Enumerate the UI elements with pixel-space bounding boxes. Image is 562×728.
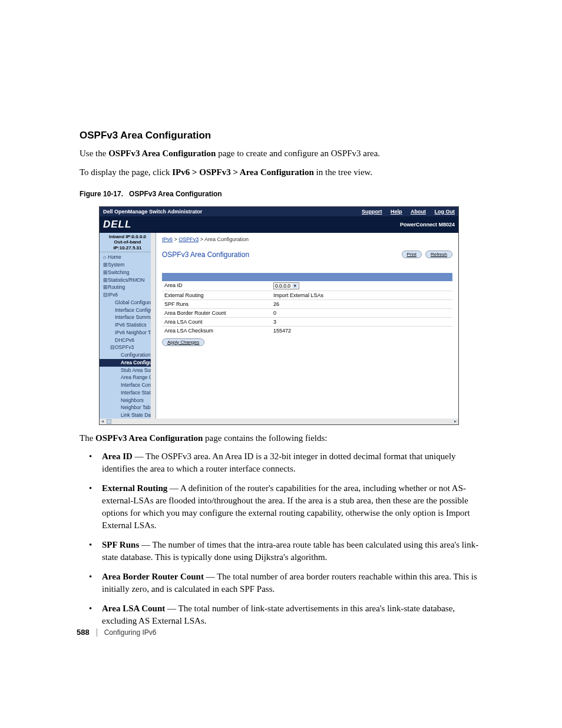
tree-item[interactable]: IPv6 Statistics (100, 321, 156, 329)
tree-item-label: Interface Summary (115, 314, 156, 320)
field-bullet: External Routing — A definition of the r… (102, 482, 482, 532)
form-row: Area LSA Count3 (162, 317, 452, 326)
print-button[interactable]: Print (402, 251, 422, 258)
scroll-right-icon[interactable]: ▸ (452, 419, 458, 424)
t: IPv6 > OSPFv3 > Area Configuration (172, 167, 314, 177)
tree-item[interactable]: ⊞Switching (100, 269, 156, 276)
tree-expand-icon: ⊞ (103, 261, 108, 269)
sep: > (173, 236, 178, 242)
tree-item-label: Neighbor Table (121, 404, 154, 410)
form-row: Area ID0.0.0.0▾ (162, 281, 452, 291)
scrollbar-horizontal[interactable]: ◂ ▸ (100, 419, 458, 424)
intro-1: Use the OSPFv3 Area Configuration page t… (80, 147, 482, 160)
scroll-left-icon[interactable]: ◂ (100, 419, 105, 424)
crumb-ospfv3[interactable]: OSPFv3 (178, 236, 199, 242)
t: Use the (80, 149, 108, 158)
app-title: Dell OpenManage Switch Administrator (103, 209, 355, 215)
after-figure-text: The OSPFv3 Area Configuration page conta… (80, 432, 482, 445)
field-bullet: Area Border Router Count — The total num… (102, 571, 482, 595)
tree-item[interactable]: Area Range Con (100, 374, 156, 381)
tree-expand-icon: ⊟ (110, 344, 115, 351)
tree-item-label: Switching (108, 269, 129, 275)
link-logout[interactable]: Log Out (435, 209, 455, 215)
crumb-ipv6[interactable]: IPv6 (162, 236, 173, 242)
tree-item[interactable]: Neighbor Table (100, 404, 156, 411)
tree-item-label: OSPFv3 (115, 344, 134, 350)
tree-item[interactable]: DHCPv6 (100, 337, 156, 344)
dell-logo: DELL (103, 219, 131, 230)
field-term: Area LSA Count (102, 604, 165, 613)
field-list: Area ID — The OSPFv3 area. An Area ID is… (80, 450, 482, 627)
t: OSPFv3 Area Configuration (108, 149, 216, 158)
tree-item[interactable]: Stub Area Summ (100, 367, 156, 374)
area-id-select[interactable]: 0.0.0.0▾ (273, 282, 299, 289)
tree-item-label: Global Configuration (115, 299, 156, 305)
tree-item-label: Interface Configurat (115, 307, 156, 313)
screenshot-figure: Dell OpenManage Switch Administrator Sup… (99, 206, 459, 425)
tree-item[interactable]: ⌂Home (100, 253, 156, 261)
scrollbar-vertical[interactable] (151, 233, 156, 424)
tree-expand-icon: ⊞ (103, 276, 108, 284)
tree-item[interactable]: IPv6 Neighbor Table (100, 329, 156, 337)
tree-item-label: IPv6 Statistics (115, 322, 146, 328)
product-name: PowerConnect M8024 (400, 222, 455, 228)
tree-item[interactable]: ⊟OSPFv3 (100, 344, 156, 351)
field-label: External Routing (162, 291, 271, 299)
tree-item[interactable]: ⊟IPv6 (100, 291, 156, 299)
tree-item[interactable]: Interface Statisti (100, 389, 156, 397)
link-about[interactable]: About (411, 209, 426, 215)
tree-item[interactable]: Configuration (100, 351, 156, 359)
scroll-thumb[interactable] (107, 419, 111, 424)
field-value: 155472 (271, 327, 452, 335)
chevron-down-icon: ▾ (293, 284, 297, 288)
apply-button[interactable]: Apply Changes (162, 338, 204, 346)
nav-tree: ⌂Home⊞System⊞Switching⊞Statistics/RMON⊞R… (100, 252, 156, 424)
tree-item-label: DHCPv6 (115, 337, 134, 343)
tree-item[interactable]: Interface Configurat (100, 307, 156, 314)
field-bullet: Area LSA Count — The total number of lin… (102, 602, 482, 627)
panel-title: OSPFv3 Area Configuration (162, 251, 249, 259)
t: in the tree view. (314, 167, 372, 177)
form-row: Area LSA Checksum155472 (162, 326, 452, 335)
link-support[interactable]: Support (362, 209, 382, 215)
form-area: Area ID0.0.0.0▾External RoutingImport Ex… (162, 273, 452, 346)
tree-item[interactable]: Global Configuration (100, 299, 156, 307)
field-desc: — The OSPFv3 area. An Area ID is a 32-bi… (102, 452, 456, 473)
app-topbar: Dell OpenManage Switch Administrator Sup… (100, 207, 458, 216)
tree-item[interactable]: Neighbors (100, 397, 156, 404)
field-value: Import External LSAs (271, 291, 452, 299)
tree-item[interactable]: ⊞System (100, 261, 156, 269)
tree-item[interactable]: ⊞Routing (100, 284, 156, 291)
tree-expand-icon: ⊞ (103, 284, 108, 291)
t: The (80, 433, 95, 443)
crumb-current: Area Configuration (204, 236, 249, 242)
tree-item[interactable]: Area Configura (100, 359, 156, 367)
tree-item[interactable]: Interface Configu (100, 381, 156, 389)
section-heading: OSPFv3 Area Configuration (80, 130, 482, 141)
t: OSPFv3 Area Configuration (95, 433, 203, 443)
tree-item[interactable]: ⊞Statistics/RMON (100, 276, 156, 284)
outband-ip: Out-of-band IP:10.27.5.31 (101, 239, 154, 251)
tree-item[interactable]: Interface Summary (100, 314, 156, 321)
tree-item-label: Routing (108, 284, 125, 290)
form-row: External RoutingImport External LSAs (162, 291, 452, 299)
field-value: 26 (271, 300, 452, 308)
t: page contains the following fields: (203, 433, 327, 443)
divider-icon (97, 628, 97, 637)
field-label: Area LSA Count (162, 318, 271, 326)
tree-item-label: Neighbors (121, 397, 144, 403)
link-help[interactable]: Help (391, 209, 402, 215)
breadcrumb: IPv6 > OSPFv3 > Area Configuration (162, 236, 452, 242)
t: page to create and configure an OSPFv3 a… (216, 149, 380, 158)
ip-info: Inband IP:0.0.0.0 Out-of-band IP:10.27.5… (100, 233, 156, 253)
field-value: 0 (271, 309, 452, 317)
inband-ip: Inband IP:0.0.0.0 (101, 234, 154, 240)
tree-item-label: System (108, 262, 124, 268)
form-row: Area Border Router Count0 (162, 308, 452, 317)
field-term: Area ID (102, 452, 133, 461)
refresh-button[interactable]: Refresh (425, 251, 452, 258)
field-value: 0.0.0.0▾ (271, 281, 452, 291)
t: To display the page, click (80, 167, 172, 177)
page-footer: 588 Configuring IPv6 (77, 628, 156, 637)
content-pane: IPv6 > OSPFv3 > Area Configuration OSPFv… (156, 233, 458, 424)
